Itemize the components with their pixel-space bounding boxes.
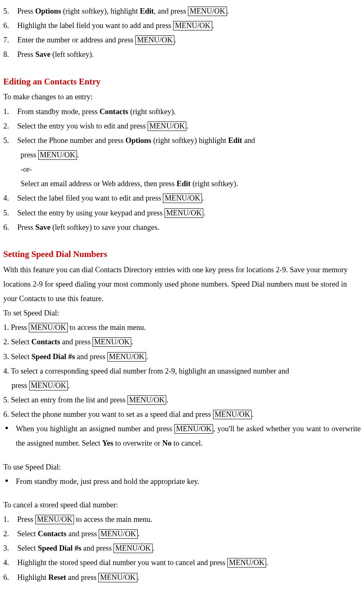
step-continuation: press MENU/OK.: [12, 378, 361, 393]
list-item: 6. Highlight Reset and press MENU/OK.: [3, 570, 361, 585]
bold: Save: [35, 223, 51, 231]
list-item: 1. Press MENU/OK to access the main menu…: [3, 320, 361, 335]
step-text: Highlight Reset and press MENU/OK.: [17, 570, 361, 585]
bold: Speed Dial #s: [31, 353, 75, 361]
step-text: Press MENU/OK to access the main menu.: [17, 512, 361, 527]
bold: Contacts: [31, 338, 60, 346]
bold: Contacts: [100, 107, 128, 116]
step-number: 1.: [3, 512, 17, 527]
step-text: Select the entry by using your keypad an…: [17, 206, 361, 220]
step-number: 4.: [3, 556, 17, 570]
key-label: MENU/OK: [98, 573, 137, 582]
step-text: Select the label filed you want to edit …: [17, 191, 361, 206]
key-label: MENU/OK: [188, 7, 227, 16]
list-item: 2. Select Contacts and press MENU/OK.: [3, 527, 361, 541]
paragraph: To cancel a stored speed dial number:: [3, 498, 361, 512]
step-number: 6.: [3, 220, 17, 235]
paragraph: To use Speed Dial:: [3, 460, 361, 474]
step-number: 6.: [3, 570, 17, 585]
list-item: 1. From standby mode, press Contacts (ri…: [3, 105, 361, 119]
step-text: Press Save (left softkey) to save your c…: [17, 220, 361, 235]
key-label: MENU/OK: [99, 529, 137, 539]
list-item: 5. Select the Phone number and press Opt…: [3, 133, 361, 148]
step-number: 6.: [3, 19, 17, 33]
section-heading: Editing an Contacts Entry: [3, 74, 361, 90]
list-item: 5. Select an entry from the list and pre…: [3, 393, 361, 407]
bold: Edit: [176, 180, 190, 188]
list-item: 5. Press Options (right softkey), highli…: [3, 4, 361, 19]
step-number: 4.: [3, 191, 17, 206]
bold: Edit: [140, 7, 154, 15]
key-label: MENU/OK: [93, 337, 131, 347]
list-item: 2. Select Contacts and press MENU/OK.: [3, 335, 361, 349]
step-continuation: Select an email address or Web address, …: [21, 177, 361, 191]
section-heading: Setting Speed Dial Numbers: [3, 246, 361, 263]
list-item: 6. Highlight the label field you want to…: [3, 19, 361, 33]
key-label: MENU/OK: [213, 410, 252, 419]
step-text: Highlight the label field you want to ad…: [17, 19, 361, 33]
list-item: 5. Select the entry by using your keypad…: [3, 206, 361, 220]
key-label: MENU/OK: [35, 515, 74, 524]
list-item: 4. Highlight the stored speed dial numbe…: [3, 556, 361, 570]
list-item: 4. Select the label filed you want to ed…: [3, 191, 361, 206]
step-number: 5.: [3, 206, 17, 220]
step-number: 1.: [3, 105, 17, 119]
step-number: 5.: [3, 4, 17, 19]
paragraph: To set Speed Dial:: [3, 306, 361, 320]
key-label: MENU/OK: [174, 424, 213, 434]
bullet-icon: ●: [3, 474, 16, 487]
bold: Reset: [49, 573, 66, 582]
key-label: MENU/OK: [165, 208, 203, 218]
step-number: 8.: [3, 47, 17, 62]
list-item: 6. Select the phone number you want to s…: [3, 407, 361, 422]
bold: Edit: [228, 136, 242, 145]
step-text: Press Save (left softkey).: [17, 47, 361, 62]
key-label: MENU/OK: [114, 544, 152, 553]
bold: No: [162, 439, 172, 447]
key-label: MENU/OK: [29, 323, 67, 332]
list-item: 4. To select a corresponding speed dial …: [3, 364, 361, 378]
bold: Options: [35, 7, 61, 15]
list-item: 8. Press Save (left softkey).: [3, 47, 361, 62]
list-item: 7. Enter the number or address and press…: [3, 33, 361, 47]
step-text: Select Contacts and press MENU/OK.: [17, 527, 361, 541]
key-label: MENU/OK: [107, 352, 146, 362]
paragraph: With this feature you can dial Contacts …: [3, 263, 361, 306]
key-label: MENU/OK: [38, 150, 77, 160]
key-label: MENU/OK: [173, 21, 212, 30]
key-label: MENU/OK: [29, 381, 68, 390]
bullet-icon: ●: [3, 422, 16, 434]
step-text: Select the Phone number and press Option…: [17, 133, 361, 148]
bullet-item: ● From standby mode, just press and hold…: [3, 474, 361, 489]
step-text: Highlight the stored speed dial number y…: [17, 556, 361, 570]
bullet-text: From standby mode, just press and hold t…: [16, 474, 361, 489]
key-label: MENU/OK: [135, 35, 174, 45]
step-continuation: press MENU/OK.: [21, 148, 361, 162]
bold: Options: [125, 136, 151, 145]
step-number: 3.: [3, 541, 17, 556]
step-or: -or-: [21, 162, 361, 177]
key-label: MENU/OK: [128, 395, 166, 405]
bold: Save: [35, 50, 51, 58]
step-text: Select the entry you wish to edit and pr…: [17, 119, 361, 133]
step-number: 7.: [3, 33, 17, 47]
key-label: MENU/OK: [227, 558, 266, 568]
list-item: 1. Press MENU/OK to access the main menu…: [3, 512, 361, 527]
step-number: 2.: [3, 527, 17, 541]
bullet-item: ● When you highlight an assigned number …: [3, 422, 361, 451]
bold: Speed Dial #s: [38, 544, 81, 552]
key-label: MENU/OK: [163, 194, 202, 203]
list-item: 6. Press Save (left softkey) to save you…: [3, 220, 361, 235]
list-item: 3. Select Speed Dial #s and press MENU/O…: [3, 541, 361, 556]
bullet-text: When you highlight an assigned number an…: [16, 422, 361, 451]
paragraph: To make changes to an entry:: [3, 90, 361, 104]
bold: Contacts: [38, 530, 67, 538]
key-label: MENU/OK: [148, 121, 186, 131]
step-text: From standby mode, press Contacts (right…: [17, 105, 361, 119]
list-item: 2. Select the entry you wish to edit and…: [3, 119, 361, 133]
step-text: Select Speed Dial #s and press MENU/OK.: [17, 541, 361, 556]
step-number: 5.: [3, 133, 17, 148]
step-text: Press Options (right softkey), highlight…: [17, 4, 361, 19]
list-item: 3. Select Speed Dial #s and press MENU/O…: [3, 350, 361, 364]
step-text: Enter the number or address and press ME…: [17, 33, 361, 47]
